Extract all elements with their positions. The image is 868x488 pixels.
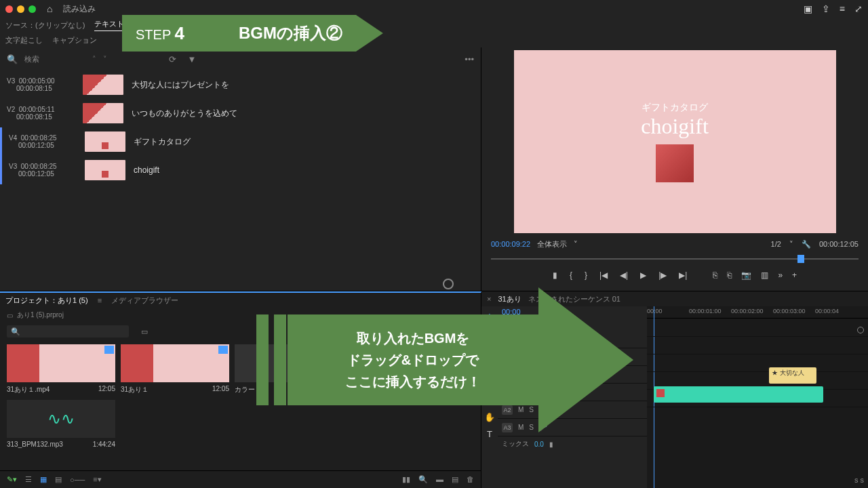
track-header-v1[interactable]: V1👁	[498, 366, 647, 384]
project-search-input[interactable]: 🔍	[7, 325, 129, 338]
bin-icon[interactable]: ▭	[7, 312, 13, 319]
playhead-marker[interactable]	[797, 255, 804, 263]
automate-icon[interactable]: ▮▮	[402, 475, 410, 484]
transcribe-tab[interactable]: 文字起こし	[5, 35, 43, 45]
snap-icon[interactable]: �магн	[502, 319, 526, 331]
project-grid[interactable]: 31あり１.mp412:05 31あり１12:05 カラー ネストされたシーケン…	[0, 340, 481, 470]
pen-tool-icon[interactable]: ✒	[486, 395, 494, 405]
freeform-view-icon[interactable]: ▤	[55, 475, 62, 484]
caption-text[interactable]: 大切な人にはプレゼントを	[132, 79, 229, 91]
track-header-a2[interactable]: A2MS🎤	[498, 401, 647, 419]
mix-value[interactable]: 0.0	[534, 441, 544, 448]
program-view[interactable]: ギフトカタログ choigift	[514, 50, 836, 233]
chevron-down-icon[interactable]: ˅	[789, 240, 793, 249]
workspace-tab[interactable]: 読み込み	[63, 3, 96, 15]
source-panel-tab[interactable]: ソース：(クリップなし)	[5, 20, 85, 30]
caption-text[interactable]: choigift	[134, 165, 159, 175]
panel-menu-icon[interactable]: ≡	[98, 296, 102, 304]
caption-row[interactable]: V2 00:00:05:11 00:00:08:15 いつものありがとうを込めて	[0, 99, 481, 127]
linked-sel-icon[interactable]: ⎘	[530, 319, 534, 331]
sequence-tab-1[interactable]: 31あり	[498, 294, 521, 304]
settings-icon[interactable]: ⚙	[547, 319, 553, 331]
refresh-icon[interactable]: ⟳	[169, 54, 176, 64]
lift-icon[interactable]: ⎘	[713, 270, 717, 280]
sequence-tab-2[interactable]: ネストされたシーケンス 01	[528, 294, 620, 304]
chevron-down-icon[interactable]: ˅	[574, 240, 578, 249]
fullscreen-icon[interactable]: ⤢	[854, 3, 863, 14]
maximize-window-icon[interactable]	[28, 5, 36, 13]
minimize-window-icon[interactable]	[17, 5, 24, 13]
project-thumbnail[interactable]: ∿∿	[7, 400, 115, 438]
mix-row[interactable]: ミックス 0.0 ▮	[498, 436, 647, 451]
zoom-slider[interactable]: ○──	[70, 476, 85, 484]
track-header-a1[interactable]: A1MS🎤	[498, 384, 647, 401]
project-thumbnail[interactable]	[7, 344, 115, 382]
program-scrubber[interactable]	[491, 253, 859, 264]
step-forward-icon[interactable]: |▶	[658, 270, 667, 280]
fit-dropdown[interactable]: 全体表示	[537, 239, 567, 249]
home-icon[interactable]: ⌂	[47, 3, 52, 14]
audio-clip[interactable]	[654, 386, 823, 403]
caption-tab[interactable]: キャプション	[52, 35, 97, 45]
caption-row[interactable]: V3 00:00:05:00 00:00:08:15 大切な人にはプレゼントを	[0, 70, 481, 99]
slip-tool-icon[interactable]: ⟷	[484, 378, 496, 388]
razor-tool-icon[interactable]: ✂	[486, 361, 494, 371]
search-icon[interactable]: 🔍	[7, 54, 18, 64]
marker-icon[interactable]: ▾	[538, 319, 542, 331]
share-icon[interactable]: ⇪	[822, 3, 830, 14]
project-item[interactable]: ∿∿ 313_BPM132.mp31:44:24	[7, 400, 115, 448]
go-to-out-icon[interactable]: ▶|	[679, 270, 687, 280]
search-input[interactable]: 検索	[24, 54, 85, 64]
window-traffic-lights[interactable]	[5, 5, 36, 13]
caption-row[interactable]: V3 00:00:08:25 00:00:12:05 choigift	[0, 156, 481, 184]
project-item[interactable]: ネストされたシーケンス 0112:05	[349, 344, 457, 394]
go-to-in-icon[interactable]: |◀	[599, 270, 608, 280]
new-bin-icon[interactable]: ▭	[141, 327, 148, 336]
list-view-icon[interactable]: ☰	[25, 475, 32, 484]
chevron-down-icon[interactable]: ˅	[103, 55, 107, 64]
video-clip[interactable]: ★ 大切な人	[769, 367, 816, 384]
project-thumbnail[interactable]	[349, 344, 457, 382]
type-tool-icon[interactable]: T	[487, 429, 492, 439]
timeline-timecode[interactable]: 00:00	[502, 308, 521, 316]
close-window-icon[interactable]	[5, 5, 13, 13]
caption-text[interactable]: いつものありがとうを込めて	[132, 108, 237, 119]
track-header-v2[interactable]: V2👁	[498, 348, 647, 366]
caption-list[interactable]: V3 00:00:05:00 00:00:08:15 大切な人にはプレゼントを …	[0, 70, 481, 291]
mark-out-icon[interactable]: }	[585, 270, 587, 280]
mark-in-icon[interactable]: {	[570, 270, 572, 280]
new-item-icon[interactable]: ▤	[452, 475, 458, 484]
caption-text[interactable]: ギフトカタログ	[134, 136, 191, 148]
filter-icon[interactable]: ▼	[187, 54, 196, 64]
project-tab[interactable]: プロジェクト：あり1 (5)	[5, 296, 88, 306]
find-icon[interactable]: 🔍	[418, 475, 428, 484]
more-icon[interactable]: •••	[465, 54, 474, 64]
timeline-ruler[interactable]: 00:0000:00:01:0000:00:02:0000:00:03:0000…	[647, 306, 868, 319]
add-marker-icon[interactable]: ▮	[553, 270, 557, 280]
sort-icon[interactable]: ≡▾	[93, 475, 101, 484]
chevron-up-icon[interactable]: ˄	[92, 55, 96, 64]
program-timecode[interactable]: 00:00:09:22	[491, 240, 530, 248]
close-seq-icon[interactable]: ×	[487, 295, 491, 303]
timeline-content[interactable]: 00:0000:00:01:0000:00:02:0000:00:03:0000…	[647, 306, 868, 488]
workspace-menu-icon[interactable]: ≡	[840, 3, 845, 14]
wrench-icon[interactable]: 🔧	[802, 240, 811, 249]
project-thumbnail[interactable]	[235, 344, 343, 382]
project-item[interactable]: 31あり１12:05	[121, 344, 229, 394]
zoom-slider-knob[interactable]	[443, 279, 454, 289]
selection-tool-icon[interactable]: ▲	[486, 310, 494, 321]
zoom-dropdown[interactable]: 1/2	[771, 240, 781, 248]
hand-tool-icon[interactable]: ✋	[484, 412, 495, 422]
project-item[interactable]: カラー	[235, 344, 343, 394]
ripple-tool-icon[interactable]: ↔	[486, 344, 494, 354]
comparison-icon[interactable]: ▥	[761, 270, 768, 280]
trash-icon[interactable]: 🗑	[467, 475, 474, 484]
extract-icon[interactable]: ⎗	[727, 270, 732, 280]
more-transport-icon[interactable]: »	[778, 270, 783, 280]
project-thumbnail[interactable]	[121, 344, 229, 382]
new-bin-button[interactable]: ▬	[436, 475, 443, 484]
quick-export-icon[interactable]: ▣	[804, 3, 812, 14]
step-back-icon[interactable]: ◀|	[620, 270, 628, 280]
track-header-a3[interactable]: A3MS🎤	[498, 419, 647, 436]
track-header-v3[interactable]: V3👁	[498, 331, 647, 348]
